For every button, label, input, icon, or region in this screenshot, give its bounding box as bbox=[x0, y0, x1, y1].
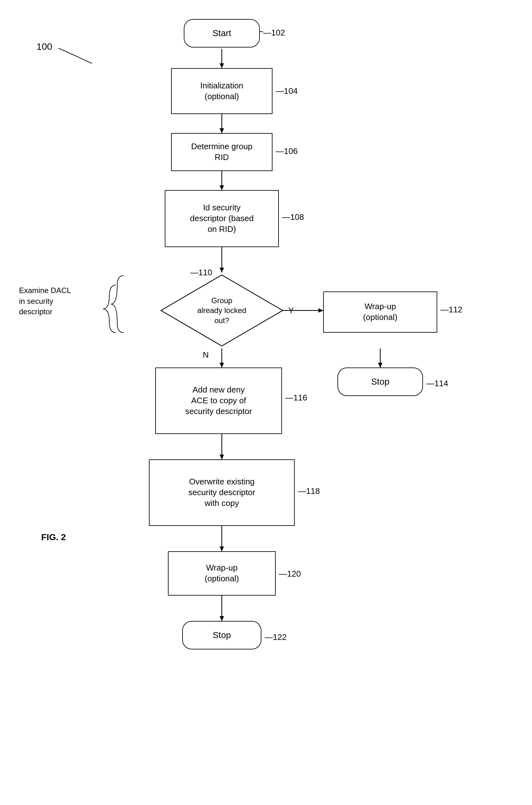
ref-114: —114 bbox=[426, 379, 448, 388]
svg-line-21 bbox=[59, 48, 92, 63]
ref-112: —112 bbox=[440, 305, 462, 314]
main-ref-label: 100 bbox=[36, 41, 52, 52]
ref-104: —104 bbox=[276, 86, 298, 96]
svg-marker-15 bbox=[220, 455, 224, 459]
id-security-process: Id security descriptor (based on RID) bbox=[165, 190, 279, 247]
svg-marker-17 bbox=[220, 547, 224, 551]
diamond-text: Group already locked out? bbox=[197, 295, 247, 325]
fig-label: FIG. 2 bbox=[41, 532, 66, 542]
wrapup1-process: Wrap-up (optional) bbox=[323, 291, 437, 333]
determine-rid-process: Determine group RID bbox=[171, 133, 272, 171]
diagram-container: Start —102 Initialization (optional) —10… bbox=[0, 0, 532, 805]
ref-102: —102 bbox=[263, 28, 285, 38]
overwrite-process: Overwrite existing security descriptor w… bbox=[149, 459, 295, 526]
init-process: Initialization (optional) bbox=[171, 68, 272, 114]
svg-marker-1 bbox=[220, 63, 224, 68]
svg-marker-11 bbox=[378, 363, 382, 367]
ref-120: —120 bbox=[279, 569, 301, 579]
svg-marker-5 bbox=[220, 185, 224, 190]
ref-106: —106 bbox=[276, 146, 298, 156]
ref-108: —108 bbox=[282, 212, 304, 222]
ref-110: —110 bbox=[190, 268, 212, 277]
start-terminal: Start bbox=[184, 19, 260, 47]
no-label: N bbox=[203, 350, 209, 360]
svg-marker-3 bbox=[220, 128, 224, 133]
svg-marker-13 bbox=[220, 363, 224, 367]
yes-label: Y bbox=[288, 306, 294, 315]
add-ace-process: Add new deny ACE to copy of security des… bbox=[155, 367, 282, 434]
stop1-terminal: Stop bbox=[338, 367, 423, 396]
stop2-terminal: Stop bbox=[182, 621, 261, 649]
examine-dacl-annotation: Examine DACL in security descriptor bbox=[19, 285, 114, 317]
ref-118: —118 bbox=[298, 486, 320, 496]
svg-marker-7 bbox=[220, 268, 224, 272]
svg-marker-19 bbox=[220, 616, 224, 621]
wrapup2-process: Wrap-up (optional) bbox=[168, 551, 276, 596]
decision-diamond: Group already locked out? bbox=[158, 272, 285, 348]
ref-116: —116 bbox=[285, 393, 307, 403]
ref-122: —122 bbox=[265, 632, 286, 642]
svg-marker-9 bbox=[319, 308, 323, 313]
